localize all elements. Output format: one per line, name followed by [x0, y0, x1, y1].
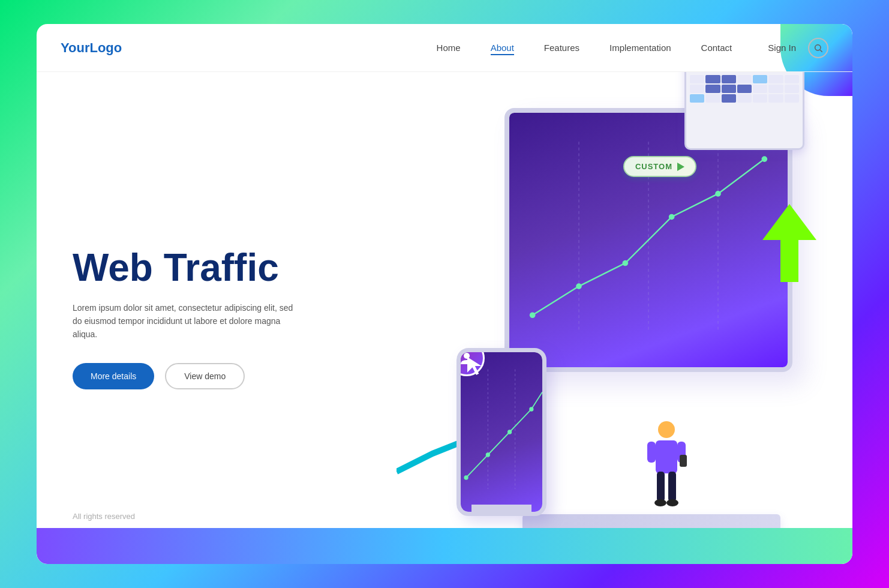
- cal-cell: [753, 85, 767, 93]
- svg-point-29: [666, 499, 678, 506]
- svg-point-7: [623, 260, 629, 266]
- svg-point-16: [486, 452, 490, 457]
- cal-cell: [768, 75, 783, 83]
- cal-cell: [690, 75, 704, 83]
- cal-cell: [722, 75, 736, 83]
- cal-cell: [737, 94, 752, 103]
- nav-item-about[interactable]: About: [491, 43, 514, 53]
- svg-point-10: [762, 156, 768, 162]
- svg-point-17: [507, 430, 512, 434]
- nav-item-home[interactable]: Home: [437, 43, 461, 53]
- svg-rect-25: [680, 455, 687, 467]
- nav-right: Sign In: [768, 38, 828, 58]
- cal-cell: [753, 75, 767, 83]
- cal-cell: [753, 94, 767, 103]
- more-details-button[interactable]: More details: [73, 363, 154, 389]
- cal-cell: [690, 94, 704, 103]
- monitor-base: [522, 514, 780, 531]
- svg-point-5: [530, 312, 536, 318]
- cal-cell: [722, 85, 736, 93]
- calendar-grid: [686, 72, 803, 106]
- cal-cell: [722, 94, 736, 103]
- nav-item-features[interactable]: Features: [544, 43, 579, 53]
- svg-point-9: [715, 191, 721, 197]
- footer-text: All rights reserved: [73, 512, 135, 521]
- custom-arrow-icon: [677, 163, 684, 171]
- svg-rect-26: [657, 472, 665, 502]
- button-group: More details View demo: [73, 363, 349, 389]
- phone-base: [471, 505, 531, 516]
- svg-marker-20: [762, 204, 816, 282]
- svg-line-1: [820, 50, 822, 52]
- hero-title: Web Traffic: [73, 247, 349, 289]
- cal-cell: [768, 85, 783, 93]
- nav-item-contact[interactable]: Contact: [701, 43, 732, 53]
- cal-cell: [705, 94, 720, 103]
- svg-point-8: [669, 214, 675, 220]
- calendar: [684, 72, 804, 150]
- search-button[interactable]: [808, 38, 828, 58]
- monitor-screen: [509, 113, 788, 367]
- custom-badge: CUSTOM: [623, 156, 696, 177]
- search-icon: [813, 43, 823, 53]
- navbar: YourLogo Home About Features Implementat…: [37, 24, 852, 72]
- phone-device: [456, 348, 546, 516]
- svg-rect-23: [647, 442, 656, 463]
- logo: YourLogo: [61, 40, 122, 56]
- cal-cell: [737, 85, 752, 93]
- main-content: Web Traffic Lorem ipsum dolor sit amet, …: [37, 72, 852, 564]
- cal-cell: [705, 85, 720, 93]
- green-up-arrow: [762, 204, 816, 284]
- svg-point-28: [654, 499, 666, 506]
- svg-point-6: [576, 283, 582, 289]
- cal-cell: [785, 75, 799, 83]
- page-card: YourLogo Home About Features Implementat…: [37, 24, 852, 564]
- green-arrow-icon: [762, 204, 816, 282]
- monitor-graph: [509, 113, 788, 367]
- cal-cell: [768, 94, 783, 103]
- person-icon: [642, 418, 690, 514]
- svg-point-15: [464, 475, 468, 480]
- illustration-area: CUSTOM: [349, 72, 828, 564]
- svg-rect-27: [668, 472, 676, 502]
- cal-cell: [705, 75, 720, 83]
- cal-cell: [785, 94, 799, 103]
- nav-item-implementation[interactable]: Implementation: [609, 43, 671, 53]
- person-figure: [642, 418, 690, 516]
- left-content: Web Traffic Lorem ipsum dolor sit amet, …: [61, 72, 349, 564]
- svg-point-21: [658, 421, 675, 438]
- view-demo-button[interactable]: View demo: [165, 363, 245, 389]
- cursor-icon: [467, 357, 485, 377]
- svg-point-0: [815, 44, 821, 50]
- nav-links: Home About Features Implementation Conta…: [437, 43, 732, 53]
- hero-description: Lorem ipsum dolor sit amet, consectetur …: [73, 301, 295, 341]
- custom-label: CUSTOM: [635, 162, 672, 171]
- avatar-circle: [456, 348, 485, 376]
- cal-cell: [690, 85, 704, 93]
- cal-cell: [785, 85, 799, 93]
- svg-point-18: [529, 407, 533, 412]
- svg-rect-22: [656, 440, 677, 473]
- svg-marker-12: [467, 357, 482, 375]
- sign-in-button[interactable]: Sign In: [768, 43, 796, 53]
- cal-cell: [737, 75, 752, 83]
